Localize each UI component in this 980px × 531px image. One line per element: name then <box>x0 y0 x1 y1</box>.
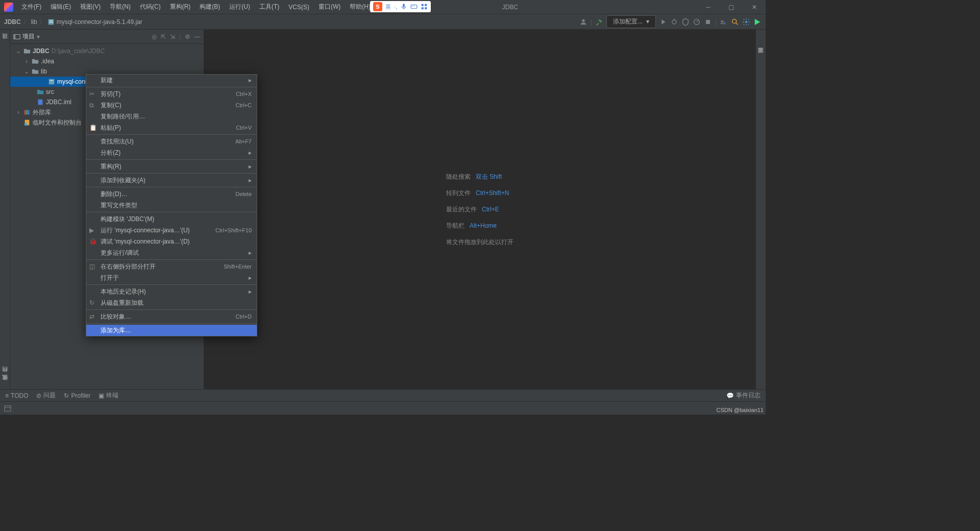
svg-rect-23 <box>49 79 55 85</box>
dropdown-icon[interactable]: ▾ <box>37 33 40 40</box>
locate-icon[interactable]: ◎ <box>152 33 157 40</box>
ctx-分析Z[interactable]: 分析(Z)▸ <box>86 147 257 158</box>
ctx-添加为库[interactable]: 添加为库… <box>86 325 257 336</box>
menu-run[interactable]: 运行(U) <box>225 1 254 13</box>
gutter-structure[interactable]: 结构 <box>1 373 9 381</box>
debug-icon[interactable] <box>670 18 678 26</box>
ctx-粘贴P[interactable]: 📋粘贴(P)Ctrl+V <box>86 122 257 133</box>
ctx-删除D[interactable]: 删除(D)…Delete <box>86 188 257 200</box>
translate-icon[interactable]: 文A <box>720 18 728 26</box>
minimize-button[interactable]: ─ <box>697 0 720 14</box>
ctx-复制C[interactable]: ⧉复制(C)Ctrl+C <box>86 100 257 111</box>
hint-drop: 将文件拖放到此处以打开 <box>446 237 513 247</box>
submenu-arrow-icon: ▸ <box>249 274 252 281</box>
ctx-运行mysqlcon[interactable]: ▶运行 'mysql-connector-java…'(U)Ctrl+Shift… <box>86 225 257 236</box>
tree-root[interactable]: ⌄ JDBCD:\java_code\JDBC <box>10 46 204 56</box>
debug-icon: 🐞 <box>89 238 96 245</box>
submenu-arrow-icon: ▸ <box>249 288 252 295</box>
ime-mic-icon[interactable] <box>400 3 407 10</box>
chevron-down-icon[interactable]: ⌄ <box>23 68 30 75</box>
ctx-label: 分析(Z) <box>101 149 120 157</box>
menu-edit[interactable]: 编辑(E) <box>46 1 75 13</box>
build-icon[interactable] <box>595 18 603 26</box>
split-icon: ◫ <box>89 263 96 270</box>
ctx-打开于[interactable]: 打开于▸ <box>86 272 257 283</box>
gutter-favorites[interactable]: 收藏夹 <box>1 381 9 389</box>
crumb-root[interactable]: JDBC <box>4 18 21 26</box>
gear-icon[interactable]: ⚙ <box>185 33 190 40</box>
gutter-project[interactable]: 项目 <box>1 39 9 47</box>
ctx-调试mysqlcon[interactable]: 🐞调试 'mysql-connector-java…'(D) <box>86 236 257 247</box>
crumb-lib[interactable]: lib <box>31 18 37 26</box>
ctx-查找用法U[interactable]: 查找用法(U)Alt+F7 <box>86 136 257 147</box>
scratch-icon <box>23 119 31 126</box>
svg-rect-7 <box>425 7 427 9</box>
search-icon[interactable] <box>731 18 739 26</box>
ctx-复制路径引用[interactable]: 复制路径/引用… <box>86 111 257 122</box>
play-store-icon[interactable] <box>753 18 762 26</box>
run-config-dropdown[interactable]: 添加配置... ▾ <box>606 15 656 28</box>
profiler-icon[interactable] <box>693 18 701 26</box>
gutter-database[interactable]: 数据库 <box>757 39 765 47</box>
status-terminal[interactable]: ▣ 终端 <box>99 391 118 400</box>
menu-separator <box>86 187 257 187</box>
ctx-shortcut: Alt+F7 <box>235 138 252 144</box>
close-button[interactable]: ✕ <box>743 0 766 14</box>
user-icon[interactable] <box>579 18 587 26</box>
window-layout-icon[interactable] <box>4 405 11 412</box>
ctx-在右侧拆分部分打开[interactable]: ◫在右侧拆分部分打开Shift+Enter <box>86 261 257 272</box>
menu-code[interactable]: 代码(C) <box>136 1 165 13</box>
status-problems[interactable]: ⊘ 问题 <box>36 391 56 400</box>
right-gutter: 数据库 <box>755 30 766 389</box>
status-event-log[interactable]: 💬 事件日志 <box>726 391 761 400</box>
ime-lang[interactable]: 英 <box>385 3 391 11</box>
project-panel-icon <box>13 33 20 40</box>
chevron-down-icon[interactable]: ⌄ <box>15 47 21 55</box>
svg-rect-26 <box>24 110 26 115</box>
coverage-icon[interactable] <box>681 18 690 26</box>
tree-idea[interactable]: › .idea <box>10 56 204 66</box>
menu-vcs[interactable]: VCS(S) <box>284 2 313 13</box>
status-todo[interactable]: ≡ TODO <box>5 392 28 399</box>
ctx-新建[interactable]: 新建▸ <box>86 75 257 86</box>
ctx-shortcut: Ctrl+X <box>236 91 252 97</box>
submenu-arrow-icon: ▸ <box>249 177 252 184</box>
ctx-本地历史记录H[interactable]: 本地历史记录(H)▸ <box>86 286 257 297</box>
crumb-jar[interactable]: mysql-connector-java-5.1.49.jar <box>47 18 142 26</box>
ctx-重写文件类型[interactable]: 重写文件类型 <box>86 200 257 211</box>
maximize-button[interactable]: ▢ <box>720 0 743 14</box>
menu-view[interactable]: 视图(V) <box>76 1 105 13</box>
ime-punct-icon[interactable]: ·, <box>394 4 397 10</box>
ctx-剪切T[interactable]: ✂剪切(T)Ctrl+X <box>86 88 257 100</box>
ctx-更多运行调试[interactable]: 更多运行/调试▸ <box>86 247 257 258</box>
ime-toolbar[interactable]: S 英 ·, <box>370 1 431 12</box>
status-profiler[interactable]: ↻ Profiler <box>64 392 90 399</box>
chevron-right-icon[interactable]: › <box>15 109 21 116</box>
svg-rect-10 <box>49 22 53 22</box>
collapse-all-icon[interactable]: ⇲ <box>170 33 175 40</box>
project-title[interactable]: 项目 <box>22 32 35 41</box>
folder-icon <box>32 58 39 65</box>
ime-grid-icon[interactable] <box>421 3 428 10</box>
menu-file[interactable]: 文件(F) <box>17 1 45 13</box>
stop-icon[interactable] <box>704 18 712 26</box>
editor-empty: 随处搜索双击 Shift 转到文件Ctrl+Shift+N 最近的文件Ctrl+… <box>204 30 755 389</box>
menu-build[interactable]: 构建(B) <box>195 1 224 13</box>
chevron-right-icon[interactable]: › <box>23 58 30 65</box>
settings-icon[interactable] <box>742 18 750 26</box>
svg-rect-4 <box>422 4 424 6</box>
menu-navigate[interactable]: 导航(N) <box>106 1 135 13</box>
ctx-添加到收藏夹A[interactable]: 添加到收藏夹(A)▸ <box>86 175 257 186</box>
svg-rect-31 <box>5 405 11 411</box>
menu-refactor[interactable]: 重构(R) <box>166 1 195 13</box>
ctx-构建模块JDBCM[interactable]: 构建模块 'JDBC'(M) <box>86 213 257 225</box>
ctx-从磁盘重新加载[interactable]: ↻从磁盘重新加载 <box>86 297 257 308</box>
run-icon[interactable] <box>659 18 667 26</box>
context-menu: 新建▸✂剪切(T)Ctrl+X⧉复制(C)Ctrl+C复制路径/引用…📋粘贴(P… <box>86 74 257 336</box>
ctx-比较对象[interactable]: ⇄比较对象…Ctrl+D <box>86 311 257 322</box>
expand-all-icon[interactable]: ⇱ <box>161 33 166 40</box>
hide-icon[interactable]: — <box>194 33 201 40</box>
ctx-重构R[interactable]: 重构(R)▸ <box>86 161 257 172</box>
menu-tools[interactable]: 工具(T) <box>255 1 283 13</box>
ime-keyboard-icon[interactable] <box>410 3 418 10</box>
